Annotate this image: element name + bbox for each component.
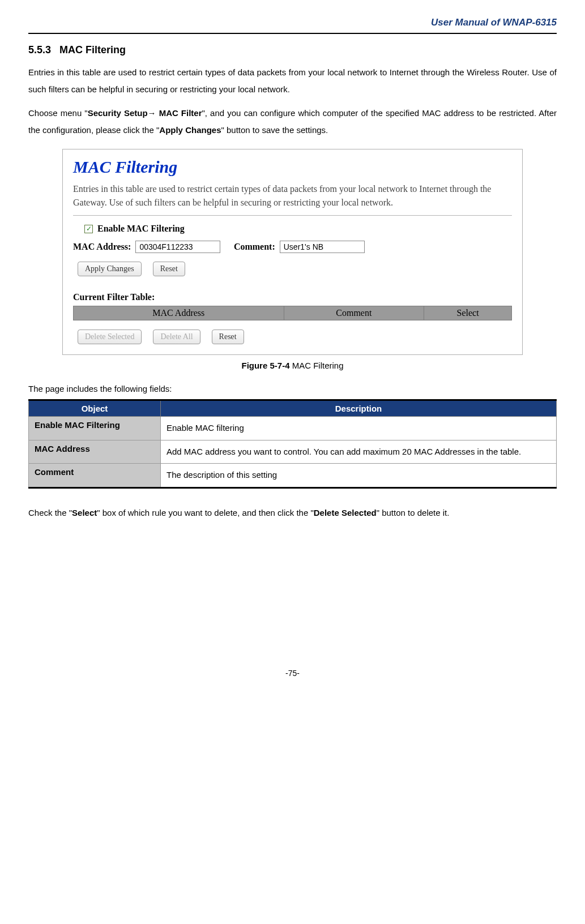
screenshot-title: MAC Filtering bbox=[73, 157, 512, 177]
text: Check the " bbox=[28, 508, 72, 517]
reset-button[interactable]: Reset bbox=[153, 262, 185, 276]
enable-row: ✓ Enable MAC Filtering bbox=[73, 224, 512, 234]
table-header-row: Object Description bbox=[29, 400, 557, 417]
text: Choose menu " bbox=[28, 108, 88, 118]
header-title: User Manual of WNAP-6315 bbox=[28, 17, 557, 33]
table-row: MAC Address Add MAC address you want to … bbox=[29, 440, 557, 464]
filter-table-label: Current Filter Table: bbox=[73, 292, 512, 302]
arrow-icon: → bbox=[148, 108, 156, 118]
divider bbox=[73, 215, 512, 216]
row-desc: Enable MAC filtering bbox=[161, 417, 557, 440]
filter-table: MAC Address Comment Select bbox=[73, 306, 512, 320]
screenshot-panel: MAC Filtering Entries in this table are … bbox=[62, 149, 523, 355]
text: " box of which rule you want to delete, … bbox=[97, 508, 314, 517]
delete-selected-button[interactable]: Delete Selected bbox=[78, 330, 142, 344]
mac-address-label: MAC Address: bbox=[73, 242, 131, 252]
row-object: Enable MAC Filtering bbox=[29, 417, 161, 440]
figure-text: MAC Filtering bbox=[290, 361, 344, 370]
button-row: Apply Changes Reset bbox=[78, 262, 512, 276]
bold-text: MAC Filter bbox=[156, 108, 202, 118]
apply-changes-button[interactable]: Apply Changes bbox=[78, 262, 142, 276]
figure-caption: Figure 5-7-4 MAC Filtering bbox=[28, 361, 557, 370]
table-row: Enable MAC Filtering Enable MAC filterin… bbox=[29, 417, 557, 440]
text: " button to save the settings. bbox=[221, 125, 328, 135]
section-heading: 5.5.3 MAC Filtering bbox=[28, 44, 557, 56]
fields-table: Object Description Enable MAC Filtering … bbox=[28, 399, 557, 489]
mac-address-input[interactable] bbox=[135, 241, 220, 253]
section-number: 5.5.3 bbox=[28, 44, 51, 55]
button-row-2: Delete Selected Delete All Reset bbox=[78, 330, 512, 344]
bold-text: Security Setup bbox=[88, 108, 148, 118]
row-desc: Add MAC address you want to control. You… bbox=[161, 440, 557, 464]
table-header-row: MAC Address Comment Select bbox=[74, 306, 512, 320]
row-object: MAC Address bbox=[29, 440, 161, 464]
bold-text: Delete Selected bbox=[314, 508, 377, 517]
comment-input[interactable] bbox=[280, 241, 365, 253]
row-object: Comment bbox=[29, 464, 161, 488]
figure-label: Figure 5-7-4 bbox=[241, 361, 289, 370]
header-object: Object bbox=[29, 400, 161, 417]
text: " button to delete it. bbox=[377, 508, 450, 517]
footer-paragraph: Check the "Select" box of which rule you… bbox=[28, 504, 557, 521]
comment-label: Comment: bbox=[234, 242, 275, 252]
divider bbox=[28, 33, 557, 34]
table-header-mac: MAC Address bbox=[74, 306, 284, 320]
table-header-comment: Comment bbox=[284, 306, 424, 320]
mac-row: MAC Address: Comment: bbox=[73, 241, 512, 253]
section-title: MAC Filtering bbox=[59, 44, 126, 55]
reset-button-2[interactable]: Reset bbox=[212, 330, 244, 344]
bold-text: Apply Changes bbox=[159, 125, 221, 135]
intro-paragraph-2: Choose menu "Security Setup→ MAC Filter"… bbox=[28, 105, 557, 139]
delete-all-button[interactable]: Delete All bbox=[153, 330, 200, 344]
page-number: -75- bbox=[28, 669, 557, 678]
row-desc: The description of this setting bbox=[161, 464, 557, 488]
screenshot-description: Entries in this table are used to restri… bbox=[73, 182, 512, 209]
header-description: Description bbox=[161, 400, 557, 417]
table-row: Comment The description of this setting bbox=[29, 464, 557, 488]
table-header-select: Select bbox=[424, 306, 512, 320]
enable-label: Enable MAC Filtering bbox=[97, 224, 185, 234]
enable-checkbox[interactable]: ✓ bbox=[84, 225, 93, 233]
fields-intro: The page includes the following fields: bbox=[28, 384, 557, 393]
bold-text: Select bbox=[72, 508, 97, 517]
intro-paragraph-1: Entries in this table are used to restri… bbox=[28, 64, 557, 98]
